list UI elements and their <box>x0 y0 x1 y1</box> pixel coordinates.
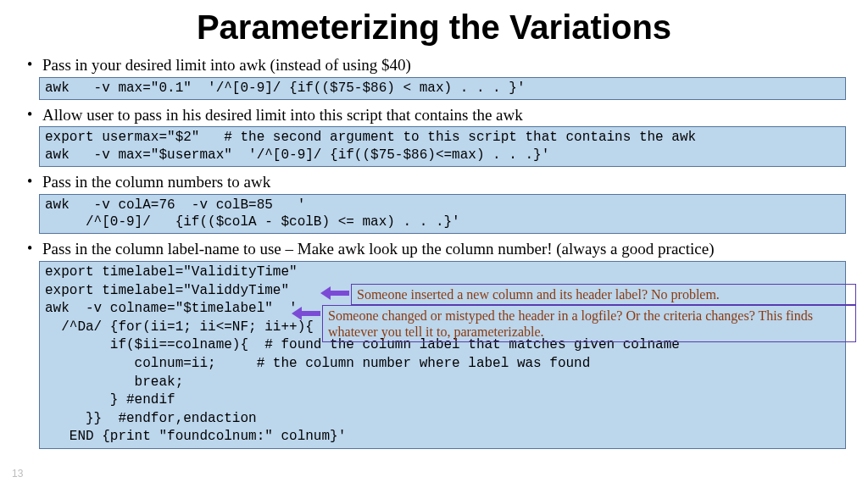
code-block-1: awk -v max="0.1" '/^[0-9]/ {if(($75-$86)… <box>39 77 846 100</box>
bullet-4: Pass in the column label-name to use – M… <box>22 239 846 259</box>
arrow-icon <box>292 307 320 319</box>
page-number: 13 <box>12 468 23 480</box>
callout-2: Someone changed or mistyped the header i… <box>322 305 856 342</box>
svg-marker-1 <box>292 307 320 320</box>
page-title: Parameterizing the Variations <box>0 0 868 52</box>
slide-content: Pass in your desired limit into awk (ins… <box>0 55 868 449</box>
callout-1: Someone inserted a new column and its he… <box>351 284 856 305</box>
svg-marker-0 <box>320 286 349 300</box>
bullet-3: Pass in the column numbers to awk <box>22 172 846 192</box>
code-block-3: awk -v colA=76 -v colB=85 ' /^[0-9]/ {if… <box>39 194 846 235</box>
bullet-1: Pass in your desired limit into awk (ins… <box>22 55 846 75</box>
bullet-2: Allow user to pass in his desired limit … <box>22 105 846 125</box>
code-block-2: export usermax="$2" # the second argumen… <box>39 126 846 167</box>
arrow-icon <box>320 286 349 298</box>
